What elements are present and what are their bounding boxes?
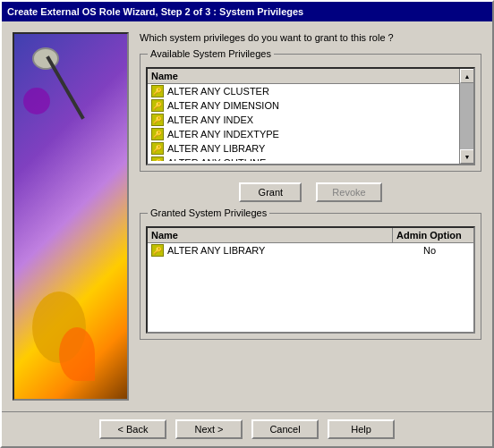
help-button[interactable]: Help bbox=[328, 419, 395, 439]
wizard-image-panel bbox=[13, 32, 129, 401]
title-bar: Create External OS Role Wizard, Step 2 o… bbox=[2, 2, 492, 21]
available-group-label: Available System Privileges bbox=[148, 48, 274, 59]
privilege-icon: 🔑 bbox=[151, 99, 164, 112]
privilege-icon: 🔑 bbox=[151, 156, 164, 161]
back-button[interactable]: < Back bbox=[99, 419, 166, 439]
item-name: ALTER ANY INDEXTYPE bbox=[167, 129, 279, 139]
window-title: Create External OS Role Wizard, Step 2 o… bbox=[7, 6, 303, 17]
privilege-icon: 🔑 bbox=[151, 85, 164, 97]
granted-name-col-header: Name bbox=[148, 228, 393, 242]
scroll-track[interactable] bbox=[460, 83, 473, 149]
grant-button[interactable]: Grant bbox=[239, 182, 302, 202]
wizard-footer: < Back Next > Cancel Help bbox=[2, 411, 492, 446]
table-row[interactable]: 🔑 ALTER ANY LIBRARY No bbox=[148, 243, 473, 258]
available-privileges-list[interactable]: Name 🔑 ALTER ANY CLUSTER 🔑 ALTER ANY DIM… bbox=[146, 67, 475, 165]
available-privileges-group: Available System Privileges Name 🔑 ALTER… bbox=[140, 54, 481, 172]
item-name: ALTER ANY CLUSTER bbox=[167, 86, 269, 97]
cancel-button[interactable]: Cancel bbox=[251, 419, 319, 439]
scroll-down-icon: ▼ bbox=[464, 154, 471, 160]
content-area: Which system privileges do you want to g… bbox=[2, 21, 492, 411]
granted-table-header: Name Admin Option bbox=[148, 228, 473, 243]
granted-privileges-table[interactable]: Name Admin Option 🔑 ALTER ANY LIBRARY No bbox=[146, 226, 475, 334]
privilege-icon: 🔑 bbox=[151, 128, 164, 140]
revoke-button[interactable]: Revoke bbox=[316, 182, 381, 202]
scroll-up-button[interactable]: ▲ bbox=[460, 69, 474, 83]
list-item[interactable]: 🔑 ALTER ANY CLUSTER bbox=[148, 84, 473, 98]
granted-group-label: Granted System Privileges bbox=[148, 207, 269, 218]
right-panel: Which system privileges do you want to g… bbox=[140, 32, 481, 401]
list-item[interactable]: 🔑 ALTER ANY LIBRARY bbox=[148, 141, 473, 156]
available-list-scrollbar[interactable]: ▲ ▼ bbox=[459, 69, 473, 164]
granted-item-name-cell: 🔑 ALTER ANY LIBRARY bbox=[151, 244, 386, 257]
wizard-window: Create External OS Role Wizard, Step 2 o… bbox=[0, 0, 494, 448]
granted-item-admin-cell: No bbox=[389, 245, 470, 256]
privilege-icon: 🔑 bbox=[151, 114, 164, 126]
item-name: ALTER ANY LIBRARY bbox=[167, 143, 265, 154]
list-item[interactable]: 🔑 ALTER ANY OUTLINE bbox=[148, 156, 473, 161]
item-name: ALTER ANY DIMENSION bbox=[167, 100, 279, 111]
granted-privilege-icon: 🔑 bbox=[151, 244, 164, 257]
list-item[interactable]: 🔑 ALTER ANY INDEX bbox=[148, 113, 473, 127]
privilege-icon: 🔑 bbox=[151, 142, 164, 155]
orange-shape bbox=[59, 327, 95, 381]
item-name: ALTER ANY OUTLINE bbox=[167, 157, 266, 161]
grant-revoke-buttons: Grant Revoke bbox=[140, 182, 481, 202]
purple-circle bbox=[23, 88, 50, 114]
item-name: ALTER ANY INDEX bbox=[167, 114, 253, 125]
scroll-up-icon: ▲ bbox=[464, 73, 471, 80]
scroll-down-button[interactable]: ▼ bbox=[460, 149, 474, 164]
available-name-col-header: Name bbox=[151, 71, 178, 81]
granted-privileges-group: Granted System Privileges Name Admin Opt… bbox=[140, 213, 481, 340]
granted-item-name: ALTER ANY LIBRARY bbox=[167, 245, 265, 256]
granted-admin-col-header: Admin Option bbox=[393, 228, 473, 242]
list-item[interactable]: 🔑 ALTER ANY DIMENSION bbox=[148, 98, 473, 113]
next-button[interactable]: Next > bbox=[175, 419, 243, 439]
available-list-header: Name bbox=[148, 69, 473, 84]
wizard-art bbox=[14, 34, 127, 399]
list-item[interactable]: 🔑 ALTER ANY INDEXTYPE bbox=[148, 127, 473, 141]
question-text: Which system privileges do you want to g… bbox=[140, 32, 481, 43]
brush-shape bbox=[46, 55, 84, 119]
available-list-items[interactable]: 🔑 ALTER ANY CLUSTER 🔑 ALTER ANY DIMENSIO… bbox=[148, 84, 473, 161]
